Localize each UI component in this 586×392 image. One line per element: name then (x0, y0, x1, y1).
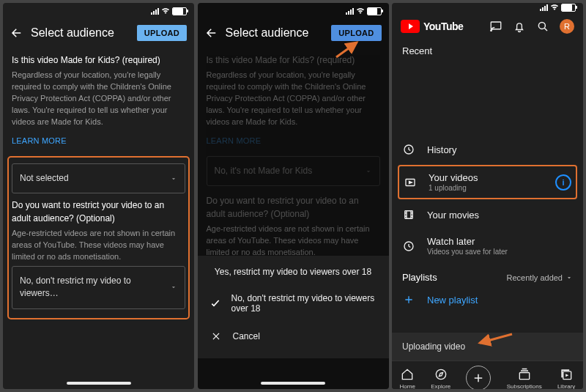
svg-rect-8 (519, 372, 529, 379)
home-indicator (67, 382, 131, 385)
kids-select[interactable]: Not selected (12, 163, 185, 193)
restrict-text: Age-restricted videos are not shown in c… (207, 223, 380, 259)
cast-icon[interactable] (489, 20, 502, 33)
subscriptions-icon (517, 367, 532, 382)
menu-history[interactable]: History (392, 136, 583, 163)
battery-icon (367, 7, 382, 15)
question-kids: Is this video Made for Kids? (required) (207, 54, 380, 67)
chevron-down-icon (170, 284, 177, 291)
youtube-icon (401, 20, 420, 33)
restrict-select-value: No, don't restrict my video to viewers… (20, 275, 170, 300)
tab-explore[interactable]: Explore (431, 367, 450, 390)
status-bar (392, 3, 583, 12)
plus-icon (402, 293, 415, 306)
tab-home[interactable]: Home (400, 367, 415, 390)
library-icon (559, 367, 574, 382)
battery-icon (172, 7, 187, 15)
wifi-icon (356, 7, 365, 15)
info-icon[interactable]: i (555, 174, 571, 191)
explore-icon (434, 367, 448, 382)
question-kids: Is this video Made for Kids? (required) (12, 54, 185, 67)
header-actions: R (489, 19, 574, 34)
playlists-header: Playlists Recently added (392, 263, 583, 287)
signal-icon (151, 8, 159, 15)
movies-icon (402, 208, 415, 221)
screen-youtube-library: YouTube R Recent History Your videos 1 u… (392, 3, 583, 389)
bell-icon[interactable] (513, 20, 526, 33)
title-bar: Select audience UPLOAD (198, 19, 389, 47)
learn-more-link[interactable]: LEARN MORE (207, 136, 380, 147)
status-bar (198, 3, 389, 19)
close-icon (209, 330, 223, 343)
uploading-banner[interactable]: Uploading video (392, 333, 583, 360)
page-title: Select audience (226, 26, 324, 40)
screen-select-audience-2: Select audience UPLOAD Is this video Mad… (198, 3, 389, 389)
svg-point-1 (491, 30, 492, 31)
tab-library[interactable]: Library (557, 367, 575, 390)
sheet-option-yes[interactable]: Yes, restrict my video to viewers over 1… (198, 259, 389, 285)
wifi-icon (161, 7, 170, 15)
title-bar: Select audience UPLOAD (3, 19, 194, 47)
chevron-down-icon (565, 274, 573, 281)
tab-subscriptions[interactable]: Subscriptions (507, 367, 542, 390)
home-indicator (261, 382, 325, 385)
question-restrict: Do you want to restrict your video to an… (207, 195, 380, 221)
restrict-text: Age-restricted videos are not shown in c… (12, 228, 185, 263)
svg-point-2 (538, 22, 545, 29)
action-sheet: Yes, restrict my video to viewers over 1… (198, 256, 389, 358)
chevron-down-icon (365, 168, 372, 175)
learn-more-link[interactable]: LEARN MORE (12, 136, 185, 147)
tab-bar: Home Explore Subscriptions Library (392, 360, 583, 389)
annotation-arrow (474, 331, 515, 347)
kids-select[interactable]: No, it's not Made for Kids (207, 156, 380, 186)
upload-button[interactable]: UPLOAD (137, 25, 187, 41)
avatar[interactable]: R (560, 19, 574, 34)
content: Is this video Made for Kids? (required) … (3, 47, 194, 319)
page-title: Select audience (31, 26, 130, 40)
question-restrict: Do you want to restrict your video to an… (12, 199, 185, 225)
library-menu: History Your videos 1 uploading i Your m… (392, 136, 583, 263)
restrict-select[interactable]: No, don't restrict my video to viewers… (12, 266, 185, 309)
playlists-label: Playlists (402, 272, 437, 283)
new-playlist[interactable]: New playlist (392, 287, 583, 312)
chevron-down-icon (170, 175, 177, 182)
wifi-icon (550, 3, 559, 12)
svg-point-7 (436, 369, 445, 379)
battery-icon (561, 4, 576, 12)
upload-button[interactable]: UPLOAD (331, 25, 381, 41)
home-icon (400, 367, 415, 382)
screen-select-audience-1: Select audience UPLOAD Is this video Mad… (3, 3, 194, 389)
highlight-box: Not selected Do you want to restrict you… (7, 156, 190, 319)
status-bar (3, 3, 194, 19)
search-icon[interactable] (536, 20, 549, 33)
plus-icon (472, 371, 485, 385)
coppa-text: Regardless of your location, you're lega… (12, 70, 185, 128)
sort-dropdown[interactable]: Recently added (507, 273, 573, 282)
history-icon (402, 143, 415, 156)
menu-your-movies[interactable]: Your movies (392, 201, 583, 229)
kids-select-value: Not selected (20, 172, 69, 185)
check-icon (209, 297, 221, 310)
kids-select-value: No, it's not Made for Kids (215, 165, 313, 177)
sheet-cancel[interactable]: Cancel (198, 322, 389, 351)
back-icon[interactable] (10, 26, 23, 40)
menu-your-videos[interactable]: Your videos 1 uploading i (398, 165, 577, 199)
create-button[interactable] (466, 366, 491, 389)
signal-icon (346, 8, 354, 15)
watch-later-icon (402, 240, 415, 253)
signal-icon (540, 4, 548, 11)
menu-watch-later[interactable]: Watch later Videos you save for later (392, 229, 583, 263)
app-header: YouTube R (392, 12, 583, 41)
back-icon[interactable] (205, 26, 218, 40)
youtube-logo[interactable]: YouTube (401, 20, 463, 33)
coppa-text: Regardless of your location, you're lega… (207, 70, 380, 128)
your-videos-icon (404, 176, 417, 189)
recent-label: Recent (392, 41, 583, 61)
sheet-option-no[interactable]: No, don't restrict my video to viewers o… (198, 285, 389, 322)
